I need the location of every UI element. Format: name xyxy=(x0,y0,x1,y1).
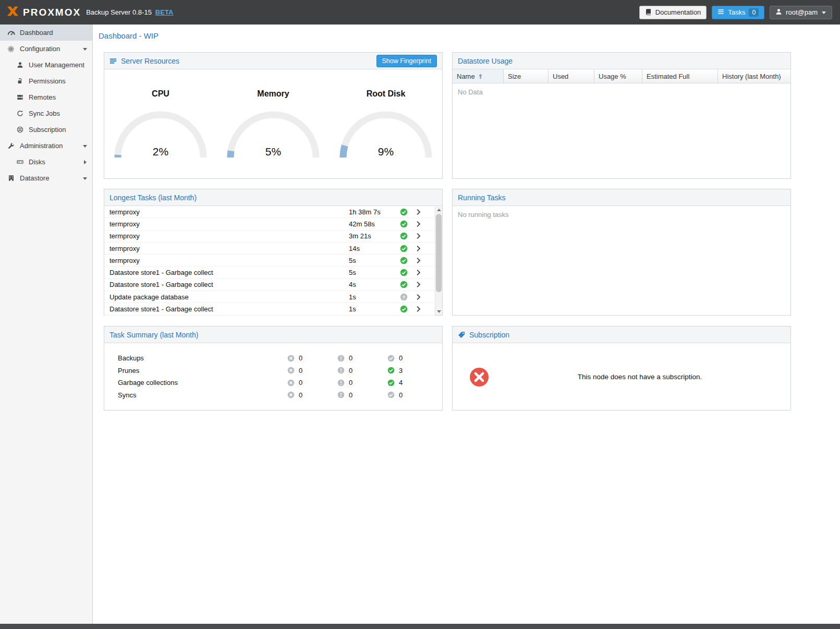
task-row[interactable]: termproxy42m 58s xyxy=(104,218,435,230)
sidebar-item-configuration[interactable]: Configuration xyxy=(0,41,92,57)
task-name: termproxy xyxy=(109,208,349,216)
task-row[interactable]: Datastore store1 - Garbage collect1s xyxy=(104,303,435,315)
column-header-history-last-month[interactable]: History (last Month) xyxy=(718,69,790,83)
warning-circle-icon xyxy=(337,355,345,362)
scrollbar-thumb[interactable] xyxy=(436,214,442,292)
column-header-size[interactable]: Size xyxy=(504,69,549,83)
status-ok-icon xyxy=(398,281,409,288)
task-name: termproxy xyxy=(109,257,349,264)
documentation-label: Documentation xyxy=(655,8,701,16)
summary-error-count[interactable]: 0 xyxy=(287,354,337,362)
summary-ok-count[interactable]: 0 xyxy=(387,391,437,399)
scroll-down-button[interactable] xyxy=(435,308,442,315)
disk-icon xyxy=(15,159,25,165)
column-header-name[interactable]: Name xyxy=(453,69,504,83)
datastore-table-header: NameSizeUsedUsage %Estimated FullHistory… xyxy=(453,69,790,83)
triangle-up-icon xyxy=(437,209,441,211)
chevron-right-icon[interactable] xyxy=(415,269,422,276)
task-row[interactable]: Update package database1s? xyxy=(104,291,435,303)
triangle-down-icon xyxy=(437,310,441,313)
book-icon xyxy=(645,8,652,17)
status-ok-icon xyxy=(398,305,409,313)
task-duration: 3m 21s xyxy=(349,232,398,240)
beta-link[interactable]: BETA xyxy=(155,8,173,16)
summary-label: Garbage collections xyxy=(118,379,287,386)
chevron-right-icon[interactable] xyxy=(415,233,422,239)
sidebar-item-label: Permissions xyxy=(29,77,66,85)
summary-label: Syncs xyxy=(118,391,287,399)
chevron-right-icon[interactable] xyxy=(415,257,422,264)
summary-warning-count[interactable]: 0 xyxy=(337,379,387,386)
summary-warning-count[interactable]: 0 xyxy=(337,367,387,374)
task-row[interactable]: Datastore store1 - Garbage collect4s xyxy=(104,279,435,291)
sidebar-item-subscription[interactable]: Subscription xyxy=(0,122,92,138)
task-row[interactable]: termproxy14s xyxy=(104,243,435,255)
gears-icon xyxy=(6,45,16,53)
chevron-right-icon[interactable] xyxy=(415,221,422,227)
summary-error-count[interactable]: 0 xyxy=(287,379,337,386)
warning-circle-icon xyxy=(337,379,345,386)
chevron-right-icon[interactable] xyxy=(415,209,422,215)
summary-row-garbage-collections: Garbage collections004 xyxy=(104,377,442,389)
longest-tasks-header: Longest Tasks (last Month) xyxy=(104,189,442,206)
ok-circle-gray-icon xyxy=(387,355,395,362)
sidebar-item-disks[interactable]: Disks xyxy=(0,154,92,170)
task-name: Datastore store1 - Garbage collect xyxy=(109,269,349,276)
sidebar-item-permissions[interactable]: Permissions xyxy=(0,73,92,89)
summary-warning-count[interactable]: 0 xyxy=(337,391,387,399)
sidebar-item-remotes[interactable]: Remotes xyxy=(0,89,92,105)
gauge-value: 9% xyxy=(378,146,394,158)
server-resources-title: Server Resources xyxy=(121,57,179,65)
task-row[interactable]: Datastore store1 - Garbage collect5s xyxy=(104,267,435,279)
scrollbar[interactable] xyxy=(435,207,442,315)
sidebar-item-label: Administration xyxy=(20,142,63,150)
task-name: Update package database xyxy=(109,293,349,301)
chevron-right-icon[interactable] xyxy=(415,281,422,288)
sidebar-item-label: Configuration xyxy=(20,45,60,53)
gauge-cpu: CPU2% xyxy=(108,69,213,163)
summary-warning-count[interactable]: 0 xyxy=(337,354,387,362)
chevron-right-icon[interactable] xyxy=(415,306,422,312)
sidebar-item-datastore[interactable]: Datastore xyxy=(0,170,92,186)
error-circle-icon xyxy=(287,379,295,386)
task-row[interactable]: termproxy5s xyxy=(104,255,435,267)
task-name: termproxy xyxy=(109,245,349,252)
summary-ok-count[interactable]: 0 xyxy=(387,354,437,362)
sidebar-item-label: Dashboard xyxy=(20,29,53,37)
column-header-used[interactable]: Used xyxy=(549,69,594,83)
summary-error-count[interactable]: 0 xyxy=(287,367,337,374)
task-summary-title: Task Summary (last Month) xyxy=(109,331,198,339)
user-menu-button[interactable]: root@pam xyxy=(770,6,832,19)
column-header-estimated-full[interactable]: Estimated Full xyxy=(642,69,718,83)
sidebar-item-administration[interactable]: Administration xyxy=(0,138,92,154)
task-row[interactable]: termproxy3m 21s xyxy=(104,231,435,243)
show-fingerprint-button[interactable]: Show Fingerprint xyxy=(376,55,437,67)
longest-tasks-panel: Longest Tasks (last Month) termproxy1h 3… xyxy=(104,189,443,316)
error-circle-icon xyxy=(287,355,295,362)
summary-ok-count[interactable]: 3 xyxy=(387,367,437,374)
proxmox-logo: PROXMOX xyxy=(6,6,81,19)
header-actions: Documentation Tasks 0 root@pam xyxy=(639,6,832,19)
scroll-up-button[interactable] xyxy=(435,207,442,213)
page-title: Dashboard - WIP xyxy=(93,25,840,40)
tasks-button[interactable]: Tasks 0 xyxy=(712,6,764,19)
task-row[interactable]: termproxy1h 38m 7s xyxy=(104,206,435,218)
gauge-title: CPU xyxy=(108,89,213,99)
summary-ok-count[interactable]: 4 xyxy=(387,379,437,386)
summary-error-count[interactable]: 0 xyxy=(287,391,337,399)
sidebar-item-user-management[interactable]: User Management xyxy=(0,57,92,73)
sidebar-item-label: Subscription xyxy=(29,126,66,134)
chevron-right-icon[interactable] xyxy=(415,294,422,300)
sidebar-item-sync-jobs[interactable]: Sync Jobs xyxy=(0,105,92,122)
gauges-container: CPU2%Memory5%Root Disk9% xyxy=(104,69,442,163)
longest-tasks-title: Longest Tasks (last Month) xyxy=(109,193,197,202)
subscription-panel: Subscription This node does not have a s… xyxy=(452,326,791,410)
column-header-usage[interactable]: Usage % xyxy=(594,69,642,83)
svg-text:?: ? xyxy=(402,294,405,299)
gauge-value: 5% xyxy=(265,146,281,158)
chevron-right-icon[interactable] xyxy=(415,245,422,252)
documentation-button[interactable]: Documentation xyxy=(639,6,707,19)
sidebar-item-label: User Management xyxy=(29,61,84,69)
sidebar-item-dashboard[interactable]: Dashboard xyxy=(0,25,92,41)
running-tasks-panel: Running Tasks No running tasks xyxy=(452,189,791,316)
